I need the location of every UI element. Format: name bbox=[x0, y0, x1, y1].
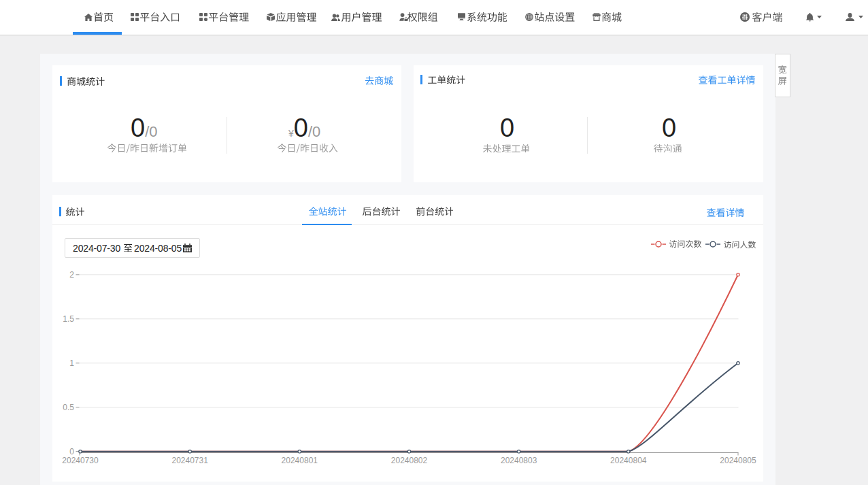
svg-text:20240805: 20240805 bbox=[720, 456, 756, 465]
svg-text:0.5: 0.5 bbox=[63, 403, 74, 412]
svg-text:1.5: 1.5 bbox=[63, 314, 74, 324]
svg-text:20240802: 20240802 bbox=[391, 456, 428, 465]
svg-text:1: 1 bbox=[69, 358, 74, 368]
svg-text:20240804: 20240804 bbox=[610, 456, 647, 465]
svg-text:2: 2 bbox=[69, 270, 74, 280]
svg-text:20240731: 20240731 bbox=[172, 456, 209, 465]
svg-text:20240730: 20240730 bbox=[62, 456, 99, 465]
svg-text:20240801: 20240801 bbox=[282, 456, 318, 465]
svg-text:20240803: 20240803 bbox=[501, 456, 537, 465]
